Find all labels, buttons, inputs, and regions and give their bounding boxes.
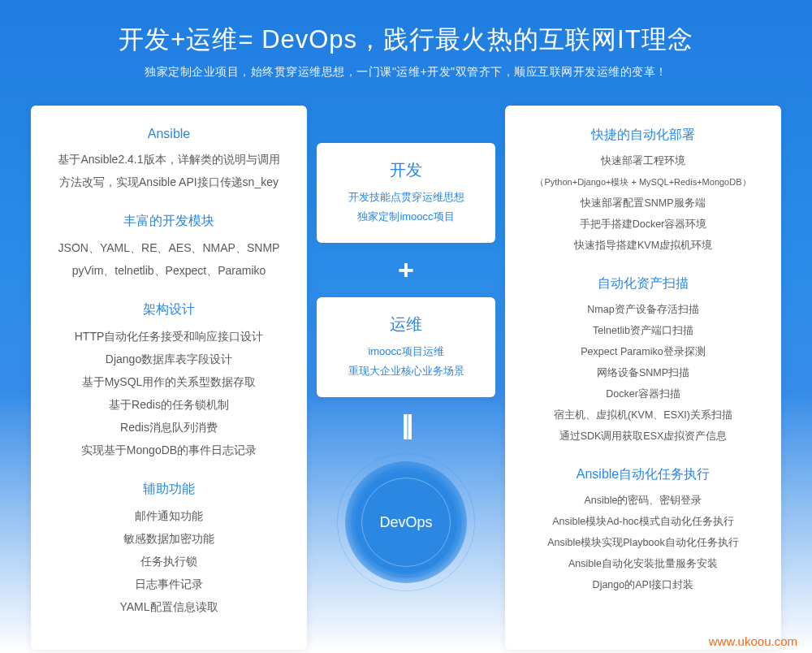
section-ansible-exec: Ansible自动化任务执行 Ansible的密码、密钥登录 Ansible模块… [520,466,767,595]
equals-icon: || [317,409,495,440]
section-items: JSON、YAML、RE、AES、NMAP、SNMP pyVim、telnetl… [45,236,292,282]
center-sub: imoocc项目运维 [330,342,482,361]
section-title: 辅助功能 [45,481,292,498]
section-items: 基于Ansible2.4.1版本，详解类的说明与调用 方法改写，实现Ansibl… [45,148,292,193]
list-item: 基于MySQL用作的关系型数据存取 [45,370,292,393]
right-panel: 快捷的自动化部署 快速部署工程环境 （Python+Django+模块 + My… [505,106,781,650]
section-modules: 丰富的开发模块 JSON、YAML、RE、AES、NMAP、SNMP pyVim… [45,213,292,282]
center-title: 开发 [330,159,482,181]
list-item: Docker容器扫描 [520,383,767,404]
section-deploy: 快捷的自动化部署 快速部署工程环境 （Python+Django+模块 + My… [520,127,767,256]
list-item: 日志事件记录 [45,573,292,595]
list-item: 通过SDK调用获取ESX虚拟资产信息 [520,426,767,447]
section-items: Nmap资产设备存活扫描 Telnetlib资产端口扫描 Pexpect Par… [520,299,767,447]
center-sub: 重现大企业核心业务场景 [330,361,482,381]
devops-circle: DevOps [345,461,467,583]
list-item: Ansible的密码、密钥登录 [520,490,767,511]
section-items: HTTP自动化任务接受和响应接口设计 Django数据库表字段设计 基于MySQ… [45,325,292,461]
section-ansible: Ansible 基于Ansible2.4.1版本，详解类的说明与调用 方法改写，… [45,127,292,193]
section-title: 丰富的开发模块 [45,213,292,230]
list-item: 方法改写，实现Ansible API接口传递sn_key [45,171,292,193]
center-sub: 开发技能点贯穿运维思想 [330,188,482,207]
watermark-text: www.ukoou.com [709,634,797,648]
list-item: 快速指导搭建KVM虚拟机环境 [520,235,767,256]
list-item: pyVim、telnetlib、Pexpect、Paramiko [45,259,292,282]
section-architecture: 架构设计 HTTP自动化任务接受和响应接口设计 Django数据库表字段设计 基… [45,301,292,461]
list-item: 快速部署配置SNMP服务端 [520,192,767,214]
list-item: Nmap资产设备存活扫描 [520,299,767,320]
devops-label: DevOps [379,514,432,531]
section-items: Ansible的密码、密钥登录 Ansible模块Ad-hoc模式自动化任务执行… [520,490,767,595]
section-title: 架构设计 [45,301,292,318]
list-item: HTTP自动化任务接受和响应接口设计 [45,325,292,348]
list-item: （Python+Django+模块 + MySQL+Redis+MongoDB） [520,171,767,192]
list-item: Ansible自动化安装批量服务安装 [520,553,767,574]
hero-header: 开发+运维= DevOps，践行最火热的互联网IT理念 独家定制企业项目，始终贯… [0,0,812,80]
list-item: YAML配置信息读取 [45,595,292,618]
list-item: JSON、YAML、RE、AES、NMAP、SNMP [45,236,292,259]
section-items: 快速部署工程环境 （Python+Django+模块 + MySQL+Redis… [520,150,767,256]
list-item: 快速部署工程环境 [520,150,767,171]
section-title: 自动化资产扫描 [520,275,767,292]
section-title: Ansible [45,127,292,141]
list-item: 手把手搭建Docker容器环境 [520,214,767,235]
list-item: 宿主机、虚拟机(KVM、ESXI)关系扫描 [520,404,767,426]
center-column: 开发 开发技能点贯穿运维思想 独家定制imoocc项目 + 运维 imoocc项… [317,106,495,650]
list-item: 敏感数据加密功能 [45,527,292,550]
list-item: Ansible模块Ad-hoc模式自动化任务执行 [520,511,767,532]
list-item: Telnetlib资产端口扫描 [520,320,767,341]
section-items: 邮件通知功能 敏感数据加密功能 任务执行锁 日志事件记录 YAML配置信息读取 [45,504,292,618]
page-subtitle: 独家定制企业项目，始终贯穿运维思想，一门课"运维+开发"双管齐下，顺应互联网开发… [0,65,812,80]
list-item: Ansible模块实现Playbook自动化任务执行 [520,532,767,553]
section-title: 快捷的自动化部署 [520,127,767,144]
center-sub: 独家定制imoocc项目 [330,207,482,227]
list-item: Django数据库表字段设计 [45,348,292,370]
left-panel: Ansible 基于Ansible2.4.1版本，详解类的说明与调用 方法改写，… [31,106,307,650]
list-item: Django的API接口封装 [520,574,767,595]
section-auxiliary: 辅助功能 邮件通知功能 敏感数据加密功能 任务执行锁 日志事件记录 YAML配置… [45,481,292,618]
list-item: 基于Redis的任务锁机制 [45,393,292,416]
plus-icon: + [317,254,495,286]
section-title: Ansible自动化任务执行 [520,466,767,483]
list-item: 基于Ansible2.4.1版本，详解类的说明与调用 [45,148,292,171]
page-title: 开发+运维= DevOps，践行最火热的互联网IT理念 [0,23,812,57]
list-item: 邮件通知功能 [45,504,292,527]
center-card-ops: 运维 imoocc项目运维 重现大企业核心业务场景 [317,297,495,397]
list-item: Redis消息队列消费 [45,416,292,439]
center-title: 运维 [330,314,482,335]
list-item: 网络设备SNMP扫描 [520,362,767,383]
list-item: 任务执行锁 [45,550,292,573]
list-item: Pexpect Paramiko登录探测 [520,341,767,362]
section-scan: 自动化资产扫描 Nmap资产设备存活扫描 Telnetlib资产端口扫描 Pex… [520,275,767,447]
center-card-dev: 开发 开发技能点贯穿运维思想 独家定制imoocc项目 [317,143,495,243]
list-item: 实现基于MongoDB的事件日志记录 [45,439,292,461]
content-area: Ansible 基于Ansible2.4.1版本，详解类的说明与调用 方法改写，… [0,106,812,653]
